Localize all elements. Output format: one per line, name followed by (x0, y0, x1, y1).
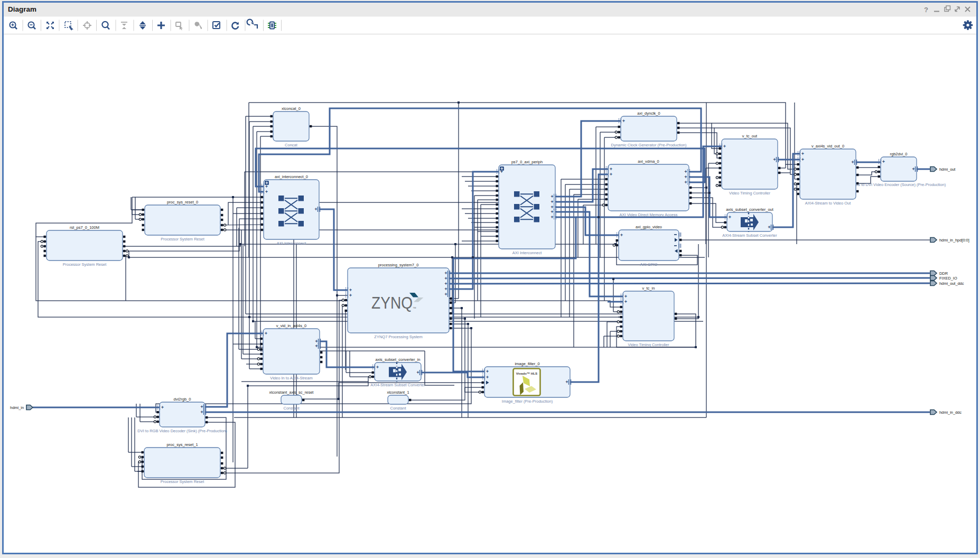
svg-text:AXI4-Stream to Video Out: AXI4-Stream to Video Out (805, 201, 851, 206)
svg-text:processing_system7_0: processing_system7_0 (378, 263, 419, 267)
svg-text:RGB to DVI Video Encoder (Sour: RGB to DVI Video Encoder (Source) (Pre-P… (852, 182, 946, 187)
svg-text:+: + (161, 405, 164, 410)
svg-text:+: + (610, 172, 612, 177)
svg-text:ZYNQ: ZYNQ (371, 294, 413, 312)
svg-text:AXI Interconnect: AXI Interconnect (512, 250, 542, 255)
svg-text:Processor System Reset: Processor System Reset (161, 237, 204, 241)
svg-text:Processor System Reset: Processor System Reset (63, 262, 107, 267)
svg-text:axi_vdma_0: axi_vdma_0 (638, 159, 659, 164)
svg-text:v_vid_in_axi4s_0: v_vid_in_axi4s_0 (276, 323, 307, 328)
svg-text:+: + (445, 281, 447, 286)
svg-text:+: + (723, 144, 726, 149)
svg-text:Constant: Constant (283, 406, 300, 411)
svg-text:+: + (201, 410, 203, 415)
svg-text:+: + (315, 343, 318, 349)
svg-text:axis_subset_converter_in: axis_subset_converter_in (375, 357, 420, 362)
svg-text:DVI to RGB Video Decoder (Sink: DVI to RGB Video Decoder (Sink) (Pre-Pro… (137, 429, 227, 433)
svg-text:?: ? (924, 6, 928, 14)
svg-text:Concat: Concat (285, 143, 298, 147)
svg-text:Dynamic Clock Generator (Pre-P: Dynamic Clock Generator (Pre-Production) (611, 143, 687, 147)
svg-text:+: + (551, 215, 554, 220)
svg-text:+: + (445, 292, 447, 297)
svg-text:+: + (315, 207, 318, 212)
svg-text:+: + (486, 369, 489, 374)
svg-text:+: + (852, 160, 854, 165)
svg-text:+: + (622, 118, 625, 124)
svg-text:+: + (486, 375, 489, 380)
svg-text:+: + (265, 189, 268, 194)
svg-text:Diagram: Diagram (8, 5, 36, 13)
svg-text:Video Timing Controller: Video Timing Controller (729, 191, 770, 196)
svg-text:+: + (685, 169, 687, 174)
svg-text:+: + (685, 174, 687, 180)
svg-text:+: + (773, 157, 776, 162)
svg-text:Video Timing Controller: Video Timing Controller (628, 342, 669, 347)
svg-text:axi_dynclk_0: axi_dynclk_0 (637, 111, 660, 116)
svg-text:axis_subset_converter_out: axis_subset_converter_out (726, 207, 774, 212)
svg-text:+: + (882, 159, 885, 164)
svg-text:v_axi4s_vid_out_0: v_axi4s_vid_out_0 (811, 144, 844, 148)
svg-text:FIXED_IO: FIXED_IO (939, 276, 957, 281)
svg-text:v_tc_in: v_tc_in (642, 286, 655, 291)
svg-text:axi_gpio_video: axi_gpio_video (636, 225, 662, 229)
svg-text:AXI Interconnect: AXI Interconnect (277, 241, 306, 246)
svg-text:+: + (349, 287, 352, 293)
svg-text:Image_filter (Pre-Production): Image_filter (Pre-Production) (502, 399, 553, 404)
svg-text:hdmi_out_ddc: hdmi_out_ddc (939, 281, 964, 286)
svg-text:+: + (265, 331, 267, 336)
svg-text:AXI4-Stream Subset Converter: AXI4-Stream Subset Converter (722, 233, 777, 238)
svg-text:hdmi_in: hdmi_in (10, 405, 24, 410)
svg-text:image_filter_0: image_filter_0 (515, 361, 539, 366)
svg-text:rst_ps7_0_100M: rst_ps7_0_100M (70, 225, 99, 230)
svg-text:+: + (349, 293, 352, 298)
svg-text:+: + (500, 169, 503, 174)
svg-text:+: + (620, 232, 623, 238)
svg-text:+: + (417, 370, 419, 375)
svg-text:AXI Video Direct Memory Access: AXI Video Direct Memory Access (620, 212, 678, 217)
svg-text:+: + (729, 215, 731, 220)
svg-text:AXI4-Stream Subset Converter: AXI4-Stream Subset Converter (370, 383, 425, 387)
svg-text:+: + (624, 294, 627, 299)
svg-text:+: + (551, 194, 554, 199)
svg-text:Constant: Constant (390, 406, 406, 411)
svg-text:+: + (201, 404, 203, 410)
svg-text:hdmi_out: hdmi_out (939, 167, 955, 172)
svg-text:+: + (912, 166, 915, 172)
svg-text:+: + (376, 365, 379, 370)
svg-text:+: + (624, 299, 627, 304)
svg-text:AXI GPIO: AXI GPIO (640, 262, 658, 267)
svg-text:xlconstant_1: xlconstant_1 (387, 390, 409, 395)
svg-text:ps7_0_axi_periph: ps7_0_axi_periph (511, 160, 543, 164)
svg-text:hdmi_in_hpd[0:0]: hdmi_in_hpd[0:0] (939, 238, 969, 243)
svg-text:+: + (551, 209, 554, 215)
svg-text:rgb2dvi_0: rgb2dvi_0 (890, 152, 908, 156)
svg-text:v_tc_out: v_tc_out (742, 134, 758, 138)
svg-text:+: + (801, 151, 804, 156)
svg-text:+: + (685, 180, 687, 185)
svg-text:+: + (445, 276, 447, 281)
svg-text:dvi2rgb_0: dvi2rgb_0 (174, 397, 191, 402)
svg-text:ZYNQ7 Processing System: ZYNQ7 Processing System (374, 334, 422, 339)
svg-text:+: + (445, 271, 447, 276)
svg-text:xlconcat_0: xlconcat_0 (282, 106, 301, 111)
svg-text:TM: TM (413, 306, 417, 309)
svg-text:axi_interconnect_0: axi_interconnect_0 (275, 174, 308, 179)
svg-text:DDR: DDR (939, 271, 948, 276)
svg-text:proc_sys_reset_0: proc_sys_reset_0 (167, 200, 198, 204)
svg-text:hdmi_in_ddc: hdmi_in_ddc (939, 410, 962, 415)
svg-text:proc_sys_reset_1: proc_sys_reset_1 (166, 442, 198, 447)
svg-text:Video In to AXI4-Stream: Video In to AXI4-Stream (270, 376, 312, 380)
svg-text:+: + (551, 199, 554, 204)
svg-text:+: + (610, 166, 612, 172)
svg-text:Processor System Reset: Processor System Reset (161, 479, 204, 484)
svg-text:Vivado™ HLS: Vivado™ HLS (516, 371, 537, 375)
svg-text:+: + (768, 225, 771, 230)
svg-text:+: + (265, 184, 268, 189)
svg-text:xlconstant_axis_sc_reset: xlconstant_axis_sc_reset (269, 390, 314, 395)
svg-text:+: + (445, 286, 447, 292)
svg-text:+: + (801, 157, 804, 162)
svg-text:+: + (566, 379, 568, 385)
